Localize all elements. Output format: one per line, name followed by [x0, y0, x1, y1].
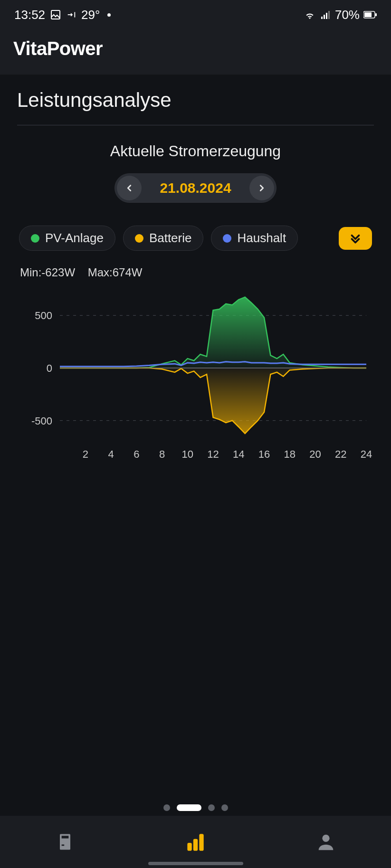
- chevron-left-icon: [124, 183, 134, 193]
- stats-line: Min:-623W Max:674W: [17, 266, 374, 279]
- svg-text:20: 20: [309, 448, 321, 460]
- page-dot[interactable]: [163, 804, 170, 811]
- page-indicator: [0, 804, 391, 811]
- nav-stats-active[interactable]: [176, 828, 214, 856]
- svg-rect-3: [326, 13, 327, 19]
- divider: [17, 125, 374, 125]
- svg-text:0: 0: [47, 362, 52, 374]
- legend-household[interactable]: Haushalt: [211, 226, 298, 251]
- content: Leistungsanalyse Aktuelle Stromerzeugung…: [0, 75, 391, 463]
- expand-legend-button[interactable]: [339, 227, 372, 250]
- svg-text:8: 8: [159, 448, 165, 460]
- status-temperature: 29°: [81, 8, 100, 22]
- svg-text:4: 4: [108, 448, 114, 460]
- status-time: 13:52: [14, 8, 45, 22]
- page-dot-active[interactable]: [177, 804, 201, 811]
- device-icon: [55, 831, 76, 852]
- svg-rect-28: [62, 836, 69, 839]
- legend-pv-label: PV-Anlage: [45, 231, 104, 245]
- legend-household-label: Haushalt: [237, 231, 286, 245]
- stats-max-value: 674W: [113, 266, 143, 279]
- svg-text:6: 6: [134, 448, 139, 460]
- image-icon: [50, 9, 61, 20]
- app-title: VitaPower: [13, 38, 378, 59]
- svg-text:500: 500: [35, 310, 52, 321]
- svg-rect-31: [193, 839, 198, 851]
- android-home-handle[interactable]: [148, 862, 243, 865]
- chevron-right-icon: [257, 183, 267, 193]
- stats-min-value: -623W: [41, 266, 75, 279]
- nav-device[interactable]: [46, 828, 84, 856]
- legend-pv[interactable]: PV-Anlage: [19, 226, 115, 251]
- svg-text:14: 14: [233, 448, 244, 460]
- date-value: 21.08.2024: [142, 180, 249, 196]
- battery-icon: [363, 11, 377, 19]
- chart-svg: -500050024681012141618202224: [17, 286, 373, 462]
- stats-max-label: Max:: [88, 266, 113, 279]
- status-right: 70%: [304, 8, 377, 22]
- page-title: Leistungsanalyse: [17, 89, 374, 112]
- double-chevron-down-icon: [348, 231, 362, 245]
- svg-text:10: 10: [182, 448, 193, 460]
- svg-rect-6: [364, 12, 372, 17]
- chart: -500050024681012141618202224: [17, 286, 374, 463]
- svg-point-33: [322, 835, 329, 842]
- wifi-icon: [304, 9, 316, 21]
- svg-rect-7: [375, 13, 377, 16]
- svg-text:18: 18: [284, 448, 296, 460]
- section-subtitle: Aktuelle Stromerzeugung: [17, 142, 374, 160]
- stats-min-label: Min:: [20, 266, 41, 279]
- status-dot: [107, 13, 111, 17]
- dot-green-icon: [31, 234, 39, 243]
- date-next-button[interactable]: [249, 176, 274, 200]
- svg-rect-0: [51, 10, 60, 19]
- dot-blue-icon: [223, 234, 231, 243]
- svg-text:-500: -500: [31, 415, 52, 427]
- dot-yellow-icon: [135, 234, 143, 243]
- status-battery-pct: 70%: [335, 8, 360, 22]
- svg-text:22: 22: [335, 448, 346, 460]
- page-dot[interactable]: [221, 804, 228, 811]
- bar-chart-icon: [183, 830, 207, 854]
- signal-icon: [320, 9, 331, 20]
- date-prev-button[interactable]: [117, 176, 142, 200]
- svg-text:24: 24: [361, 448, 372, 460]
- legend-battery-label: Batterie: [149, 231, 192, 245]
- svg-text:12: 12: [207, 448, 219, 460]
- svg-rect-1: [321, 17, 323, 19]
- svg-rect-30: [188, 843, 192, 851]
- arrow-temp-icon: [66, 9, 76, 20]
- android-status-bar: 13:52 29° 70%: [0, 0, 391, 29]
- date-picker: 21.08.2024: [114, 173, 276, 203]
- svg-rect-4: [328, 11, 330, 19]
- svg-rect-2: [324, 15, 325, 19]
- status-left: 13:52 29°: [14, 8, 111, 22]
- user-icon: [315, 831, 337, 853]
- page-dot[interactable]: [208, 804, 215, 811]
- svg-rect-32: [200, 834, 204, 850]
- legend-row: PV-Anlage Batterie Haushalt: [17, 226, 374, 251]
- svg-text:16: 16: [258, 448, 270, 460]
- nav-profile[interactable]: [307, 828, 345, 856]
- svg-rect-29: [62, 845, 65, 846]
- legend-battery[interactable]: Batterie: [123, 226, 204, 251]
- bottom-nav: [0, 816, 391, 868]
- app-header: VitaPower: [0, 29, 391, 75]
- svg-text:2: 2: [83, 448, 88, 460]
